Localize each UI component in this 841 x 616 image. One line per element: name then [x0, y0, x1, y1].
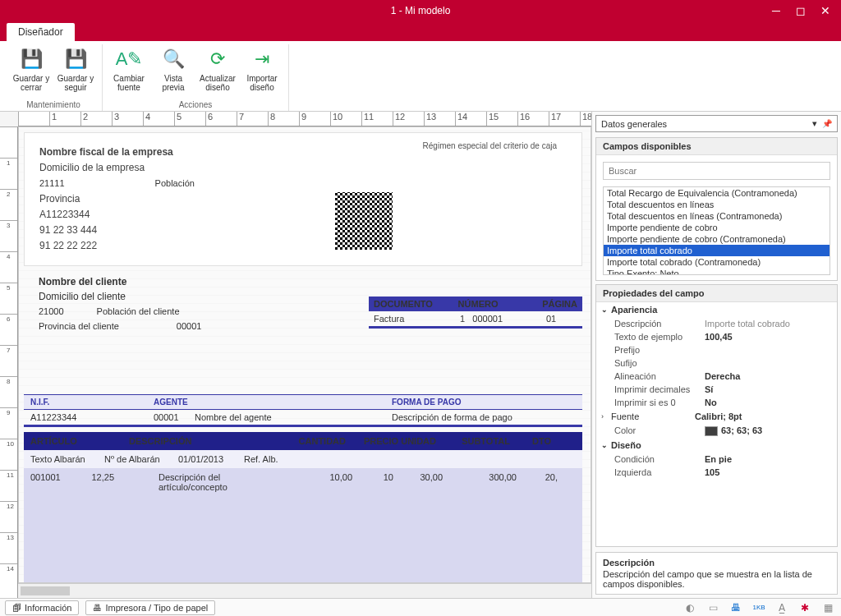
side-panel: Datos generales ▾ 📌 Campos disponibles T…: [591, 112, 841, 598]
maximize-button[interactable]: ◻: [788, 0, 813, 21]
design-canvas[interactable]: 123456789101112131415161718 123456789101…: [0, 112, 591, 598]
close-button[interactable]: ✕: [813, 0, 838, 21]
field-list-item[interactable]: Total descuentos en líneas: [604, 199, 830, 210]
preview-icon: 🔍: [160, 46, 186, 72]
prop-section-font[interactable]: ›FuenteCalibri; 8pt: [596, 409, 837, 424]
company-phone2[interactable]: 91 22 22 222: [39, 238, 567, 254]
change-font-button[interactable]: A✎Cambiar fuente: [108, 44, 150, 94]
status-icon[interactable]: A̲: [774, 601, 790, 614]
title-bar: 1 - Mi modelo ─ ◻ ✕: [0, 0, 841, 21]
client-city[interactable]: Población del cliente: [97, 306, 180, 316]
company-province[interactable]: Provincia: [39, 191, 567, 207]
prop-section-appearance[interactable]: ⌄Apariencia: [596, 302, 837, 317]
client-name[interactable]: Nombre del cliente: [39, 274, 568, 289]
side-dropdown[interactable]: Datos generales ▾ 📌: [595, 115, 838, 132]
fields-panel-title: Campos disponibles: [596, 138, 837, 155]
collapse-icon: ⌄: [601, 441, 611, 449]
field-list-item[interactable]: Total descuentos en líneas (Contramoneda…: [604, 210, 830, 222]
fields-panel: Campos disponibles Total Recargo de Equi…: [595, 137, 838, 281]
pin-icon[interactable]: 📌: [822, 119, 832, 128]
status-icon[interactable]: 1KB: [751, 601, 767, 614]
vertical-ruler: 1234567891011121314: [0, 126, 18, 598]
info-icon: 🗐: [12, 603, 21, 613]
window-title: 1 - Mi modelo: [391, 5, 451, 16]
company-block[interactable]: Régimen especial del criterio de caja No…: [24, 132, 582, 266]
properties-panel: Propiedades del campo ⌄Apariencia Descri…: [595, 284, 838, 547]
expand-icon: ›: [601, 412, 611, 421]
status-icon[interactable]: 🖶: [728, 601, 744, 614]
status-icon[interactable]: ◐: [682, 601, 698, 614]
regimen-label[interactable]: Régimen especial del criterio de caja: [423, 141, 557, 150]
import-icon: ⇥: [249, 46, 275, 72]
company-phone1[interactable]: 91 22 33 444: [39, 223, 567, 238]
font-icon: A✎: [116, 46, 142, 72]
field-search-input[interactable]: [604, 163, 830, 179]
refresh-icon: ⟳: [205, 46, 231, 72]
refresh-design-button[interactable]: ⟳Actualizar diseño: [196, 44, 239, 94]
items-header[interactable]: ARTÍCULO DESCRIPCIÓN CANTIDAD PRECIO UNI…: [24, 432, 582, 450]
prop-condition[interactable]: En pie: [705, 454, 732, 464]
horizontal-scrollbar[interactable]: [18, 583, 591, 598]
preview-button[interactable]: 🔍Vista previa: [152, 44, 195, 94]
ribbon-tabstrip: Diseñador: [0, 21, 841, 41]
info-button[interactable]: 🗐Información: [5, 600, 79, 615]
client-code[interactable]: 00001: [177, 321, 202, 331]
prop-print-zero[interactable]: No: [705, 398, 717, 407]
document-box[interactable]: DOCUMENTONÚMEROPÁGINA Factura1 00000101: [369, 297, 582, 329]
minimize-button[interactable]: ─: [764, 0, 788, 21]
ribbon-group-label: Acciones: [179, 100, 213, 111]
client-zip[interactable]: 21000: [39, 306, 64, 316]
field-list-item[interactable]: Importe total cobrado (Contramoneda): [604, 256, 830, 268]
save-continue-button[interactable]: 💾Guardar y seguir: [54, 44, 97, 94]
import-design-button[interactable]: ⇥Importar diseño: [241, 44, 283, 94]
properties-title: Propiedades del campo: [596, 285, 837, 302]
printer-icon: 🖶: [93, 603, 102, 613]
items-subheader[interactable]: Texto Albarán Nº de Albarán 01/01/2013 R…: [24, 450, 582, 468]
prop-section-design[interactable]: ⌄Diseño: [596, 438, 837, 453]
prop-align[interactable]: Derecha: [705, 371, 740, 381]
save-close-icon: 💾: [18, 46, 44, 72]
company-address[interactable]: Domicilio de la empresa: [39, 160, 567, 176]
color-swatch: [705, 426, 718, 436]
save-icon: 💾: [62, 46, 89, 72]
status-icon[interactable]: ▭: [705, 601, 721, 614]
prop-decimals[interactable]: Sí: [705, 384, 713, 394]
printer-button[interactable]: 🖶Impresora / Tipo de papel: [85, 600, 215, 615]
field-list[interactable]: Total Recargo de Equivalencia (Contramon…: [603, 186, 830, 275]
prop-sample[interactable]: 100,45: [705, 332, 733, 342]
field-list-item[interactable]: Importe pendiente de cobro (Contramoneda…: [604, 233, 830, 245]
company-nif[interactable]: A11223344: [39, 207, 567, 223]
nif-row[interactable]: A11223344 00001 Nombre del agente Descri…: [24, 410, 582, 427]
status-bar: 🗐Información 🖶Impresora / Tipo de papel …: [0, 598, 841, 616]
field-list-item[interactable]: Total Recargo de Equivalencia (Contramon…: [604, 187, 830, 199]
items-area[interactable]: [24, 496, 582, 583]
company-city[interactable]: Población: [155, 178, 195, 188]
collapse-icon: ⌄: [601, 306, 611, 314]
ribbon: 💾Guardar y cerrar 💾Guardar y seguir Mant…: [0, 41, 841, 112]
ribbon-group-label: Mantenimiento: [26, 100, 80, 111]
prop-color[interactable]: 63; 63; 63: [705, 425, 762, 436]
prop-left[interactable]: 105: [705, 467, 719, 477]
nif-header[interactable]: N.I.F. AGENTE FORMA DE PAGO: [24, 394, 582, 410]
save-close-button[interactable]: 💾Guardar y cerrar: [10, 44, 53, 94]
horizontal-ruler: 123456789101112131415161718: [18, 112, 591, 126]
field-list-item[interactable]: Importe total cobrado: [604, 245, 830, 256]
field-list-item[interactable]: Tipo Exento: Neto: [604, 268, 830, 275]
description-box: Descripción Descripción del campo que se…: [595, 552, 838, 595]
field-list-item[interactable]: Importe pendiente de cobro: [604, 222, 830, 233]
tab-designer[interactable]: Diseñador: [7, 23, 75, 41]
status-icon[interactable]: ▦: [820, 601, 836, 614]
status-icon[interactable]: ✱: [797, 601, 813, 614]
company-zip[interactable]: 21111: [39, 178, 65, 188]
item-row[interactable]: 001001 12,25 Descripción del artículo/co…: [24, 468, 582, 496]
client-province[interactable]: Provincia del cliente: [39, 321, 119, 331]
prop-description[interactable]: Importe total cobrado: [705, 319, 790, 329]
qr-code[interactable]: [335, 192, 393, 250]
dropdown-icon: ▾: [812, 118, 817, 128]
